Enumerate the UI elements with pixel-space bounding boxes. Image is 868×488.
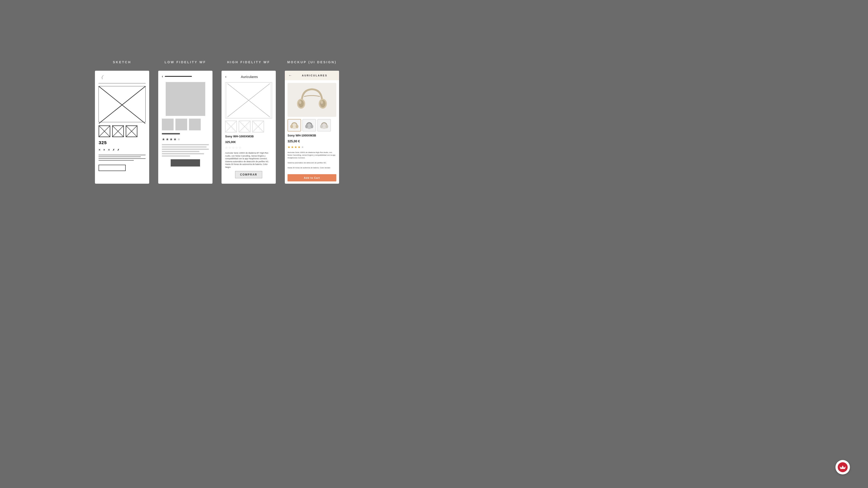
mockup-thumb-2[interactable] [303, 119, 316, 131]
mockup-star-1: ★ [287, 145, 290, 149]
sketch-thumb-3 [126, 125, 137, 137]
hf-description: Auricular Serie 1000X de diadema BT High… [225, 152, 272, 169]
sketch-main-image [98, 86, 146, 122]
svg-point-34 [305, 125, 308, 128]
svg-point-24 [298, 100, 304, 107]
sketch-thumb-2 [112, 125, 124, 137]
sketch-panel: 〈 [95, 71, 149, 184]
lf-thumb-3 [189, 119, 201, 130]
sketch-buy-button[interactable] [98, 165, 126, 171]
svg-text:SONY: SONY [320, 103, 322, 105]
lf-back-icon[interactable]: ‹ [162, 74, 163, 78]
mockup-desc-3: Hasta 30 horas de autinimía de batería. … [287, 166, 336, 169]
svg-point-38 [326, 125, 328, 128]
svg-point-35 [311, 125, 313, 128]
sketch-line-1 [98, 155, 146, 155]
lf-star-5: ★ [177, 137, 180, 141]
hf-star-3: ☆ [232, 146, 235, 149]
hf-thumb-2 [239, 121, 250, 132]
mockup-title-label: MOCKUP (UI DESIGN) [287, 60, 337, 64]
mockup-thumbs [287, 119, 336, 131]
sketch-thumbs [98, 125, 146, 137]
lf-desc-line-1 [162, 144, 209, 145]
lf-desc-lines [162, 144, 209, 157]
lf-thumb-2 [176, 119, 187, 130]
hf-star-1: ☆ [225, 146, 228, 149]
mockup-product-name: Sony WH-1000XM3B [287, 134, 336, 137]
sketch-price: 325 [98, 140, 146, 145]
lf-desc-line-5 [162, 153, 204, 154]
svg-point-31 [290, 125, 293, 128]
mockup-star-2: ★ [291, 145, 294, 149]
mockup-panel: ← AURICULARES [285, 71, 339, 184]
lf-title: LOW FIDELITY WF [164, 60, 206, 64]
sketch-thumb-1 [98, 125, 110, 137]
lf-desc-line-6 [162, 156, 190, 157]
hf-buy-button[interactable]: COMPRAR [235, 171, 262, 178]
hf-product-price: 325,00€ [225, 140, 272, 144]
sketch-stars: ✕ ✕ ✕ ✗ ✗ [98, 148, 146, 152]
low-fidelity-column: LOW FIDELITY WF ‹ ★ ★ ★ ★ [158, 60, 213, 184]
sketch-line-2 [98, 157, 141, 157]
mockup-header: ← AURICULARES [285, 71, 339, 80]
sketch-line-4 [98, 160, 134, 161]
lf-panel: ‹ ★ ★ ★ ★ ★ [158, 71, 213, 184]
hf-thumb-3 [252, 121, 264, 132]
lf-stars: ★ ★ ★ ★ ★ [162, 137, 209, 141]
lf-star-2: ★ [166, 137, 169, 141]
mockup-star-3: ★ [294, 145, 297, 149]
lf-rating-bar [162, 133, 180, 134]
lf-star-1: ★ [162, 137, 165, 141]
sketch-header-divider [98, 83, 146, 84]
sketch-back-icon: 〈 [98, 74, 103, 80]
hf-stars: ☆ ☆ ☆ ☆ ☆ [225, 146, 272, 149]
mockup-footer: Add to Cart [285, 172, 339, 184]
add-to-cart-button[interactable]: Add to Cart [287, 174, 336, 182]
lf-desc-line-4 [162, 151, 199, 152]
lf-star-3: ★ [169, 137, 173, 141]
sketch-line-3 [98, 158, 146, 159]
mockup-main-image: SONY [287, 83, 336, 117]
mockup-page-title: AURICULARES [294, 74, 336, 77]
sketch-column: SKETCH 〈 [95, 60, 149, 184]
mockup-column: MOCKUP (UI DESIGN) ← AURICULARES [285, 60, 339, 184]
hf-panel: ‹ Auriculares [221, 71, 276, 184]
hf-thumbs [225, 121, 272, 132]
lf-header: ‹ [162, 74, 209, 78]
mockup-thumb-3[interactable] [317, 119, 331, 131]
sketch-desc-lines [98, 155, 146, 161]
sketch-title: SKETCH [113, 60, 131, 64]
hf-thumb-1 [225, 121, 237, 132]
high-fidelity-column: HIGH FIDELITY WF ‹ Auriculares [221, 60, 276, 184]
hf-title-label: HIGH FIDELITY WF [227, 60, 270, 64]
lf-main-image [166, 82, 205, 116]
mockup-star-4: ★ [298, 145, 301, 149]
lf-desc-line-2 [162, 147, 207, 148]
hf-star-5: ☆ [239, 146, 241, 149]
lf-thumbs [162, 119, 209, 130]
lf-buy-button[interactable] [170, 159, 200, 166]
svg-point-25 [299, 101, 301, 104]
hf-product-name: Sony WH-1000XM3B [225, 135, 272, 138]
hf-star-2: ☆ [228, 146, 231, 149]
mockup-stars: ★ ★ ★ ★ ★ [287, 145, 336, 149]
mockup-body: SONY [285, 80, 339, 172]
mockup-desc-2: Sistema automático de detección de perfi… [287, 162, 336, 164]
mockup-desc-1: Auricular Serie 1000X de diadema High-Re… [287, 151, 336, 159]
lf-title-bar [165, 76, 192, 77]
mockup-thumb-1[interactable] [287, 119, 301, 131]
svg-point-37 [320, 125, 323, 128]
hf-header: ‹ Auriculares [225, 74, 272, 79]
mockup-back-icon[interactable]: ← [288, 73, 292, 77]
lf-desc-line-3 [162, 149, 209, 150]
hf-page-title: Auriculares [226, 75, 272, 78]
mockup-star-5: ★ [301, 145, 304, 149]
lf-star-4: ★ [174, 137, 177, 141]
main-container: SKETCH 〈 [0, 51, 434, 193]
hf-star-4: ☆ [235, 146, 238, 149]
columns-container: SKETCH 〈 [95, 60, 339, 184]
svg-point-32 [296, 125, 298, 128]
lf-thumb-1 [162, 119, 174, 130]
mockup-price: 325,00 € [287, 139, 336, 143]
hf-main-image [225, 82, 272, 119]
